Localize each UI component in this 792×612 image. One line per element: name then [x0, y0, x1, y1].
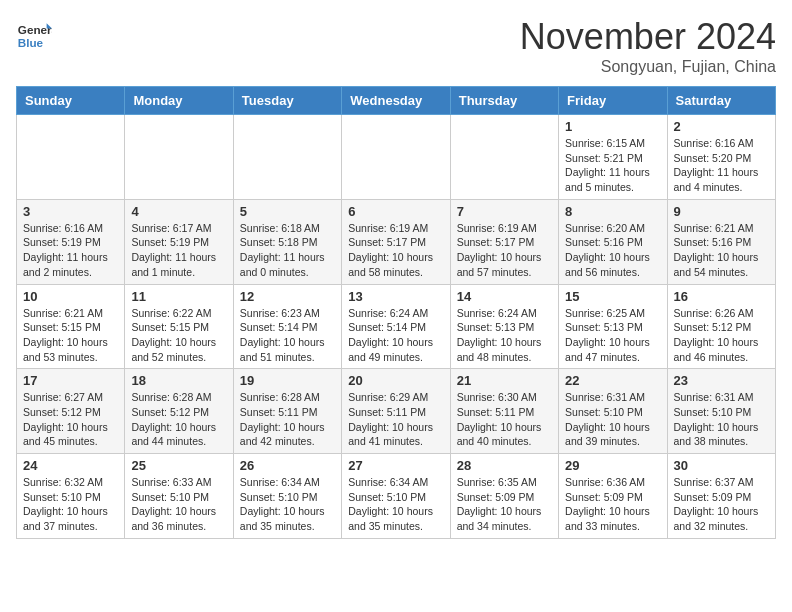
weekday-header: Saturday [667, 87, 775, 115]
day-info: Sunrise: 6:19 AM Sunset: 5:17 PM Dayligh… [348, 221, 443, 280]
day-number: 2 [674, 119, 769, 134]
calendar-week-row: 17Sunrise: 6:27 AM Sunset: 5:12 PM Dayli… [17, 369, 776, 454]
calendar-cell: 5Sunrise: 6:18 AM Sunset: 5:18 PM Daylig… [233, 199, 341, 284]
day-info: Sunrise: 6:33 AM Sunset: 5:10 PM Dayligh… [131, 475, 226, 534]
calendar-week-row: 3Sunrise: 6:16 AM Sunset: 5:19 PM Daylig… [17, 199, 776, 284]
day-number: 26 [240, 458, 335, 473]
day-number: 7 [457, 204, 552, 219]
day-info: Sunrise: 6:17 AM Sunset: 5:19 PM Dayligh… [131, 221, 226, 280]
day-info: Sunrise: 6:31 AM Sunset: 5:10 PM Dayligh… [565, 390, 660, 449]
day-info: Sunrise: 6:34 AM Sunset: 5:10 PM Dayligh… [240, 475, 335, 534]
day-number: 24 [23, 458, 118, 473]
calendar-cell: 3Sunrise: 6:16 AM Sunset: 5:19 PM Daylig… [17, 199, 125, 284]
calendar-cell: 9Sunrise: 6:21 AM Sunset: 5:16 PM Daylig… [667, 199, 775, 284]
day-number: 8 [565, 204, 660, 219]
calendar-cell: 10Sunrise: 6:21 AM Sunset: 5:15 PM Dayli… [17, 284, 125, 369]
calendar-cell: 12Sunrise: 6:23 AM Sunset: 5:14 PM Dayli… [233, 284, 341, 369]
calendar-cell: 8Sunrise: 6:20 AM Sunset: 5:16 PM Daylig… [559, 199, 667, 284]
calendar-cell [17, 115, 125, 200]
day-number: 28 [457, 458, 552, 473]
calendar-cell: 17Sunrise: 6:27 AM Sunset: 5:12 PM Dayli… [17, 369, 125, 454]
calendar-cell: 20Sunrise: 6:29 AM Sunset: 5:11 PM Dayli… [342, 369, 450, 454]
month-title: November 2024 [520, 16, 776, 58]
day-number: 11 [131, 289, 226, 304]
calendar-week-row: 1Sunrise: 6:15 AM Sunset: 5:21 PM Daylig… [17, 115, 776, 200]
day-info: Sunrise: 6:24 AM Sunset: 5:13 PM Dayligh… [457, 306, 552, 365]
day-info: Sunrise: 6:24 AM Sunset: 5:14 PM Dayligh… [348, 306, 443, 365]
title-block: November 2024 Songyuan, Fujian, China [520, 16, 776, 76]
calendar-cell: 30Sunrise: 6:37 AM Sunset: 5:09 PM Dayli… [667, 454, 775, 539]
day-info: Sunrise: 6:29 AM Sunset: 5:11 PM Dayligh… [348, 390, 443, 449]
day-number: 21 [457, 373, 552, 388]
calendar-cell [125, 115, 233, 200]
day-number: 22 [565, 373, 660, 388]
weekday-header: Sunday [17, 87, 125, 115]
day-number: 14 [457, 289, 552, 304]
day-number: 1 [565, 119, 660, 134]
day-number: 29 [565, 458, 660, 473]
day-info: Sunrise: 6:31 AM Sunset: 5:10 PM Dayligh… [674, 390, 769, 449]
day-number: 10 [23, 289, 118, 304]
day-info: Sunrise: 6:23 AM Sunset: 5:14 PM Dayligh… [240, 306, 335, 365]
day-info: Sunrise: 6:26 AM Sunset: 5:12 PM Dayligh… [674, 306, 769, 365]
location: Songyuan, Fujian, China [520, 58, 776, 76]
day-number: 27 [348, 458, 443, 473]
calendar-cell: 15Sunrise: 6:25 AM Sunset: 5:13 PM Dayli… [559, 284, 667, 369]
calendar-cell: 1Sunrise: 6:15 AM Sunset: 5:21 PM Daylig… [559, 115, 667, 200]
svg-text:Blue: Blue [18, 36, 44, 49]
day-info: Sunrise: 6:19 AM Sunset: 5:17 PM Dayligh… [457, 221, 552, 280]
day-number: 15 [565, 289, 660, 304]
calendar-table: SundayMondayTuesdayWednesdayThursdayFrid… [16, 86, 776, 539]
calendar-cell [233, 115, 341, 200]
calendar-cell: 11Sunrise: 6:22 AM Sunset: 5:15 PM Dayli… [125, 284, 233, 369]
weekday-header: Monday [125, 87, 233, 115]
day-info: Sunrise: 6:35 AM Sunset: 5:09 PM Dayligh… [457, 475, 552, 534]
day-info: Sunrise: 6:32 AM Sunset: 5:10 PM Dayligh… [23, 475, 118, 534]
day-info: Sunrise: 6:28 AM Sunset: 5:12 PM Dayligh… [131, 390, 226, 449]
day-info: Sunrise: 6:16 AM Sunset: 5:19 PM Dayligh… [23, 221, 118, 280]
day-number: 5 [240, 204, 335, 219]
calendar-cell: 13Sunrise: 6:24 AM Sunset: 5:14 PM Dayli… [342, 284, 450, 369]
day-number: 23 [674, 373, 769, 388]
calendar-cell [450, 115, 558, 200]
calendar-week-row: 10Sunrise: 6:21 AM Sunset: 5:15 PM Dayli… [17, 284, 776, 369]
logo-icon: General Blue [16, 16, 52, 52]
day-info: Sunrise: 6:25 AM Sunset: 5:13 PM Dayligh… [565, 306, 660, 365]
day-info: Sunrise: 6:34 AM Sunset: 5:10 PM Dayligh… [348, 475, 443, 534]
day-number: 12 [240, 289, 335, 304]
calendar-cell: 18Sunrise: 6:28 AM Sunset: 5:12 PM Dayli… [125, 369, 233, 454]
day-info: Sunrise: 6:21 AM Sunset: 5:16 PM Dayligh… [674, 221, 769, 280]
day-number: 25 [131, 458, 226, 473]
logo: General Blue [16, 16, 52, 52]
day-number: 6 [348, 204, 443, 219]
day-info: Sunrise: 6:28 AM Sunset: 5:11 PM Dayligh… [240, 390, 335, 449]
weekday-header: Tuesday [233, 87, 341, 115]
calendar-cell: 7Sunrise: 6:19 AM Sunset: 5:17 PM Daylig… [450, 199, 558, 284]
day-info: Sunrise: 6:20 AM Sunset: 5:16 PM Dayligh… [565, 221, 660, 280]
weekday-header-row: SundayMondayTuesdayWednesdayThursdayFrid… [17, 87, 776, 115]
day-info: Sunrise: 6:15 AM Sunset: 5:21 PM Dayligh… [565, 136, 660, 195]
page-header: General Blue November 2024 Songyuan, Fuj… [16, 16, 776, 76]
day-info: Sunrise: 6:18 AM Sunset: 5:18 PM Dayligh… [240, 221, 335, 280]
day-info: Sunrise: 6:36 AM Sunset: 5:09 PM Dayligh… [565, 475, 660, 534]
calendar-cell: 25Sunrise: 6:33 AM Sunset: 5:10 PM Dayli… [125, 454, 233, 539]
day-info: Sunrise: 6:21 AM Sunset: 5:15 PM Dayligh… [23, 306, 118, 365]
day-info: Sunrise: 6:37 AM Sunset: 5:09 PM Dayligh… [674, 475, 769, 534]
calendar-cell: 24Sunrise: 6:32 AM Sunset: 5:10 PM Dayli… [17, 454, 125, 539]
weekday-header: Wednesday [342, 87, 450, 115]
day-info: Sunrise: 6:22 AM Sunset: 5:15 PM Dayligh… [131, 306, 226, 365]
day-number: 4 [131, 204, 226, 219]
calendar-cell: 16Sunrise: 6:26 AM Sunset: 5:12 PM Dayli… [667, 284, 775, 369]
calendar-cell: 6Sunrise: 6:19 AM Sunset: 5:17 PM Daylig… [342, 199, 450, 284]
day-info: Sunrise: 6:16 AM Sunset: 5:20 PM Dayligh… [674, 136, 769, 195]
weekday-header: Thursday [450, 87, 558, 115]
calendar-cell: 2Sunrise: 6:16 AM Sunset: 5:20 PM Daylig… [667, 115, 775, 200]
calendar-cell: 19Sunrise: 6:28 AM Sunset: 5:11 PM Dayli… [233, 369, 341, 454]
day-number: 18 [131, 373, 226, 388]
calendar-cell: 29Sunrise: 6:36 AM Sunset: 5:09 PM Dayli… [559, 454, 667, 539]
calendar-cell: 26Sunrise: 6:34 AM Sunset: 5:10 PM Dayli… [233, 454, 341, 539]
day-number: 13 [348, 289, 443, 304]
day-info: Sunrise: 6:27 AM Sunset: 5:12 PM Dayligh… [23, 390, 118, 449]
calendar-cell: 22Sunrise: 6:31 AM Sunset: 5:10 PM Dayli… [559, 369, 667, 454]
calendar-cell [342, 115, 450, 200]
